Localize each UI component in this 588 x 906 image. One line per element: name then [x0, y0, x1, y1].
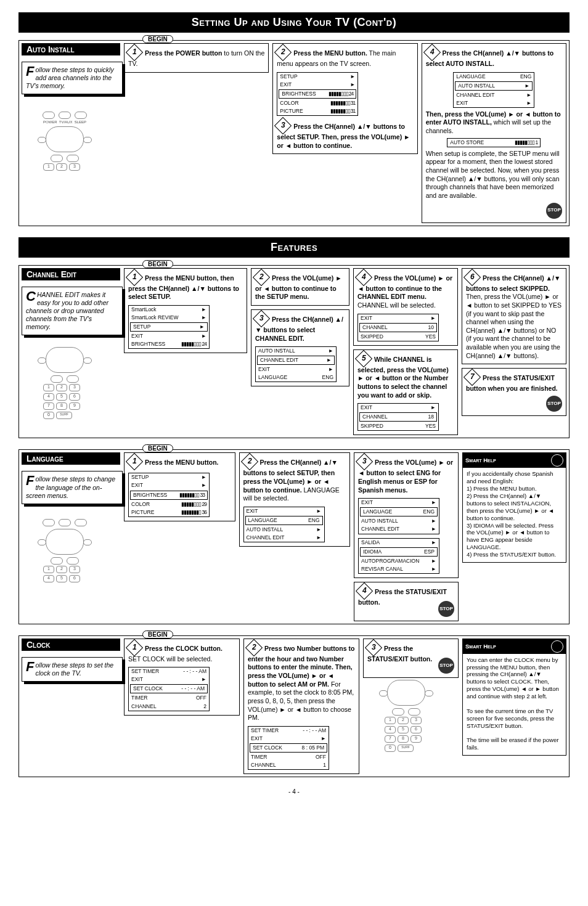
language-label: Language	[22, 452, 120, 465]
channel-edit-step4: 4 Press the VOL(ume) ► or ◄ button to co…	[353, 268, 458, 346]
clock-section: BEGIN Clock Follow these steps to set th…	[18, 635, 570, 777]
stop-badge: STOP	[546, 396, 562, 412]
smart-help-clock: Smart Help You can enter the CLOCK menu …	[462, 639, 566, 756]
osd-menu: SETUP► EXIT► BRIGHTNESS▮▮▮▮▮▯▯▯ 24 COLOR…	[277, 72, 358, 116]
clock-step3: 3 Press the STATUS/EXIT button. STOP	[363, 639, 459, 678]
channel-edit-step5: 5 While CHANNEL is selected, press the V…	[353, 349, 458, 436]
auto-install-step1: 1 Press the POWER button to turn ON the …	[124, 43, 269, 73]
remote-diagram: POWER TV/AUX SLEEP 123	[22, 98, 108, 184]
channel-edit-step2: 2 Press the VOL(ume) ► or ◄ button to co…	[251, 268, 349, 306]
remote-diagram: 1234567890SURF	[22, 339, 108, 425]
auto-install-section: BEGIN Auto Install Follow these steps to…	[18, 40, 570, 226]
channel-edit-intro: CHANNEL EDIT makes it easy for you to ad…	[22, 287, 123, 336]
remote-diagram: 1234567890SURF	[363, 682, 449, 749]
osd-setup: AUTO INSTALL► CHANNEL EDIT► EXIT► LANGUA…	[255, 346, 337, 382]
osd-menu: SmartLock► SmartLock REVIEW► SETUP► EXIT…	[128, 305, 210, 349]
stop-badge: STOP	[438, 601, 454, 617]
channel-edit-label: Channel Edit	[22, 268, 120, 280]
osd-clock-set: SET TIMER- - : - - AM EXIT► SET CLOCK8 :…	[248, 726, 329, 770]
lightbulb-icon	[551, 640, 563, 653]
auto-install-intro: Follow these steps to quickly add area c…	[22, 62, 123, 94]
language-step3: 3 Press the VOL(ume) ► or ◄ button to se…	[354, 452, 459, 577]
clock-step1: 1 Press the CLOCK button. SET CLOCK will…	[124, 639, 240, 716]
channel-edit-step1: 1 Press the MENU button, then press the …	[124, 268, 247, 354]
language-step1: 1 Press the MENU button. SETUP► EXIT► BR…	[124, 452, 235, 521]
auto-install-label: Auto Install	[22, 43, 120, 55]
language-intro: Follow these steps to change the languag…	[22, 471, 123, 504]
osd-clock: SET TIMER- - : - - AM EXIT► SET CLOCK- -…	[128, 667, 210, 711]
osd-chedit: EXIT► CHANNEL18 SKIPPEDYES	[357, 403, 439, 431]
language-section: BEGIN Language Follow these steps to cha…	[18, 449, 570, 624]
osd-autostore: AUTO STORE▮▮▮▮▮▯▯▯ 1	[447, 138, 541, 147]
page-number: - 4 -	[18, 788, 570, 795]
osd-chedit: EXIT► CHANNEL10 SKIPPEDYES	[357, 314, 439, 341]
auto-install-step2: 2 Press the MENU button. The main menu a…	[272, 43, 417, 154]
channel-edit-section: BEGIN Channel Edit CHANNEL EDIT makes it…	[18, 265, 570, 439]
lightbulb-icon	[551, 454, 563, 467]
smart-help-language: Smart Help If you accidentally chose Spa…	[462, 452, 566, 563]
osd-setup-menu: LANGUAGEENG AUTO INSTALL► CHANNEL EDIT► …	[453, 72, 534, 108]
language-step4: 4 Press the STATUS/EXIT button. STOP	[354, 582, 459, 621]
clock-step2: 2 Press two Number buttons to enter the …	[243, 639, 359, 774]
begin-pill: BEGIN	[142, 444, 173, 452]
begin-pill: BEGIN	[142, 631, 173, 639]
section-title-features: Features	[18, 237, 570, 258]
stop-badge: STOP	[546, 203, 562, 219]
begin-pill: BEGIN	[142, 35, 173, 43]
stop-badge: STOP	[438, 658, 454, 674]
auto-install-step4: 4 Press the CH(annel) ▲/▼ buttons to sel…	[422, 43, 566, 223]
channel-edit-step3: 3 Press the CH(annel) ▲/▼ buttons to sel…	[251, 309, 349, 386]
osd-menu: SETUP► EXIT► BRIGHTNESS▮▮▮▮▮▮▯▯ 33 COLOR…	[128, 473, 210, 516]
clock-label: Clock	[22, 639, 120, 651]
language-step2: 2 Press the CH(annel) ▲/▼ buttons to sel…	[239, 452, 351, 547]
remote-diagram: 123456	[22, 508, 108, 594]
channel-edit-step7: 7 Press the STATUS/EXIT button when you …	[462, 368, 566, 416]
channel-edit-step6: 6 Press the CH(annel) ▲/▼ buttons to sel…	[462, 268, 566, 365]
osd-setup: EXIT► LANGUAGEENG AUTO INSTALL► CHANNEL …	[243, 507, 325, 542]
osd-lang-eng: EXIT► LANGUAGEENG AUTO INSTALL► CHANNEL …	[358, 498, 439, 534]
section-title-setting-up: Setting Up and Using Your TV (Cont'd)	[18, 12, 570, 33]
clock-intro: Follow these steps to set the clock on t…	[22, 657, 123, 682]
osd-lang-esp: SALIDA► IDIOMAESP AUTOPROGRAMACION► REVI…	[358, 538, 439, 574]
begin-pill: BEGIN	[142, 260, 173, 268]
